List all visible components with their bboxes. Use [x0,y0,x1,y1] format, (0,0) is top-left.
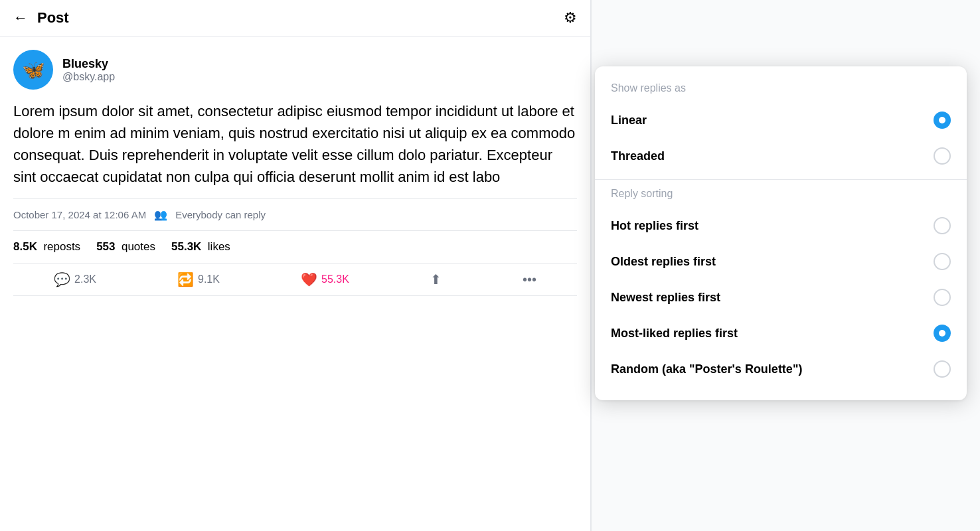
like-action[interactable]: ❤️ 55.3K [301,271,349,287]
post-header: ← Post ⚙︎ [0,0,590,37]
repost-count: 9.1K [198,273,220,285]
reply-action[interactable]: 💬 2.3K [54,271,96,287]
post-text: Lorem ipsum dolor sit amet, consectetur … [13,100,577,188]
reposts-label: reposts [43,240,80,253]
avatar: 🦋 [13,50,53,90]
filter-icon[interactable]: ⚙︎ [564,9,577,27]
random-option[interactable]: Random (aka "Poster's Roulette") [595,351,967,387]
author-name: Bluesky [62,57,115,71]
reply-permission: Everybody can reply [175,209,266,220]
hot-replies-radio[interactable] [934,217,951,234]
quotes-label: quotes [122,240,155,253]
quotes-count: 553 [96,240,115,253]
oldest-replies-option[interactable]: Oldest replies first [595,244,967,279]
hot-replies-option[interactable]: Hot replies first [595,208,967,244]
author-row: 🦋 Bluesky @bsky.app [13,50,577,90]
repost-icon: 🔁 [177,271,194,287]
like-count: 55.3K [321,273,349,285]
author-handle: @bsky.app [62,71,115,83]
most-liked-radio[interactable] [934,325,951,342]
stats-row: 8.5K reposts 553 quotes 55.3K likes [13,231,577,264]
share-action[interactable]: ⬆ [430,271,442,287]
show-replies-section-label: Show replies as [595,80,967,102]
random-label: Random (aka "Poster's Roulette") [611,362,802,376]
newest-replies-radio[interactable] [934,289,951,306]
oldest-replies-radio[interactable] [934,253,951,270]
post-meta: October 17, 2024 at 12:06 AM 👥 Everybody… [13,198,577,231]
likes-label: likes [208,240,230,253]
more-action[interactable]: ••• [523,272,536,287]
share-icon: ⬆ [430,271,442,287]
random-radio[interactable] [934,360,951,378]
post-timestamp: October 17, 2024 at 12:06 AM [13,209,146,220]
back-button[interactable]: ← [13,9,28,27]
likes-count: 55.3K [171,240,201,253]
most-liked-option[interactable]: Most-liked replies first [595,315,967,351]
reply-count: 2.3K [74,273,96,285]
linear-radio[interactable] [934,112,951,129]
likes-stat: 55.3K likes [171,240,230,254]
header-left: ← Post [13,9,69,27]
section-divider [595,179,967,180]
threaded-label: Threaded [611,149,665,163]
replies-settings-dropdown: Show replies as Linear Threaded Reply so… [595,66,967,400]
linear-option[interactable]: Linear [595,102,967,138]
reply-sorting-section-label: Reply sorting [595,185,967,208]
newest-replies-label: Newest replies first [611,291,720,305]
author-info: Bluesky @bsky.app [62,57,115,83]
main-panel: ← Post ⚙︎ 🦋 Bluesky @bsky.app Lorem ipsu… [0,0,591,531]
threaded-radio[interactable] [934,147,951,165]
reply-icon: 💬 [54,271,70,287]
reply-permission-icon: 👥 [154,208,167,221]
post-content: 🦋 Bluesky @bsky.app Lorem ipsum dolor si… [0,37,590,296]
reposts-count: 8.5K [13,240,37,253]
hot-replies-label: Hot replies first [611,219,698,233]
threaded-option[interactable]: Threaded [595,138,967,174]
like-icon: ❤️ [301,271,317,287]
linear-label: Linear [611,114,647,127]
most-liked-label: Most-liked replies first [611,327,738,341]
more-icon: ••• [523,272,536,287]
butterfly-icon: 🦋 [22,59,45,81]
quotes-stat: 553 quotes [96,240,155,254]
reposts-stat: 8.5K reposts [13,240,80,254]
newest-replies-option[interactable]: Newest replies first [595,279,967,315]
oldest-replies-label: Oldest replies first [611,255,716,269]
actions-bar: 💬 2.3K 🔁 9.1K ❤️ 55.3K ⬆ ••• [13,264,577,296]
page-title: Post [37,9,69,27]
repost-action[interactable]: 🔁 9.1K [177,271,220,287]
